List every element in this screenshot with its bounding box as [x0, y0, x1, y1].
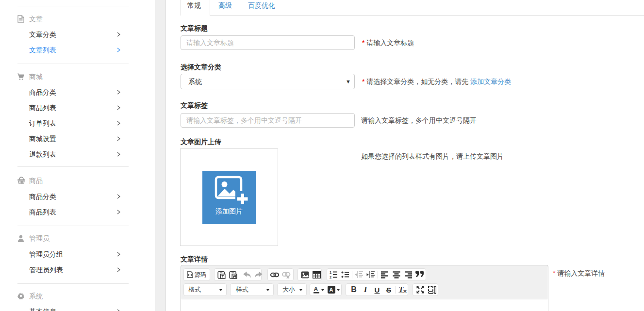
svg-text:2: 2 [330, 275, 331, 279]
svg-text:A: A [314, 286, 318, 293]
svg-text:A: A [330, 287, 333, 293]
svg-text:1: 1 [330, 271, 331, 275]
